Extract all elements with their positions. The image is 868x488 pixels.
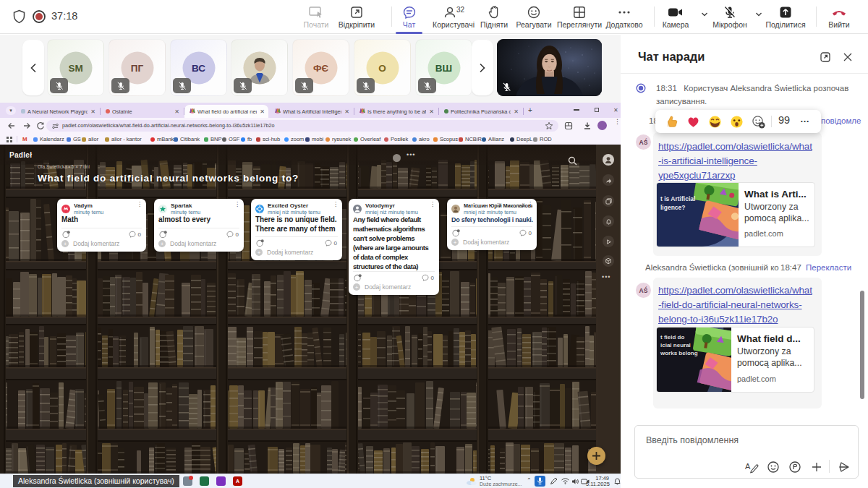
svg-text:icial neural: icial neural: [660, 342, 691, 348]
svg-text:t field do: t field do: [660, 334, 684, 341]
svg-text:A: A: [745, 462, 751, 471]
svg-text:works belong: works belong: [660, 350, 698, 356]
svg-text:t is Artificial: t is Artificial: [660, 195, 695, 202]
svg-text:ligence?: ligence?: [660, 204, 685, 211]
svg-text:32: 32: [456, 6, 465, 14]
